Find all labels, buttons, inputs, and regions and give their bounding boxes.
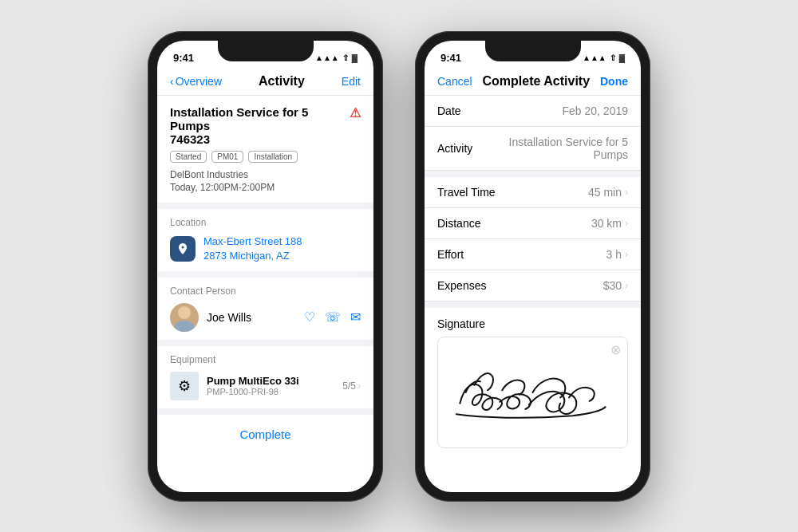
distance-value: 30 km › [591, 217, 628, 230]
effort-value: 3 h › [606, 248, 628, 261]
effort-row[interactable]: Effort 3 h › [425, 239, 641, 270]
date-label: Date [437, 104, 461, 117]
activity-id: 746323 [170, 132, 361, 146]
equipment-icon: ⚙ [170, 372, 199, 400]
nav-title-2: Complete Activity [483, 74, 591, 89]
equipment-label: Equipment [170, 354, 361, 365]
signature-box[interactable]: ⊗ [437, 337, 628, 448]
notch-2 [485, 41, 581, 61]
tag-installation: Installation [248, 151, 298, 163]
location-map-icon [170, 236, 196, 262]
chevron-expenses-icon: › [625, 280, 628, 291]
status-icons-2: ▲▲▲ ⇧ ▓ [583, 53, 625, 62]
time-1: 9:41 [173, 52, 194, 64]
location-label: Location [170, 217, 361, 228]
wifi-icon: ⇧ [342, 53, 349, 62]
equipment-name: Pump MultiEco 33i [207, 375, 334, 387]
screen-content-2: Date Feb 20, 2019 Activity Installation … [425, 96, 641, 471]
nav-bar-2: Cancel Complete Activity Done [425, 69, 641, 96]
effort-label: Effort [437, 248, 464, 261]
contact-row: Joe Wills ♡ ☏ ✉ [170, 303, 361, 332]
battery-icon: ▓ [352, 53, 358, 62]
complete-button[interactable]: Complete [239, 428, 290, 441]
nav-title-1: Activity [259, 74, 305, 89]
chevron-distance-icon: › [625, 218, 628, 229]
activity-title-text: Installation Service for 5 Pumps [170, 105, 346, 132]
expenses-value: $30 › [603, 279, 628, 292]
edit-button[interactable]: Edit [342, 75, 361, 88]
svg-point-1 [182, 246, 184, 248]
avatar-head [178, 306, 191, 319]
contact-avatar [170, 303, 199, 332]
avatar-body [175, 321, 194, 332]
equipment-count: 5/5 › [342, 380, 361, 392]
location-row[interactable]: Max-Ebert Street 188 2873 Michigan, AZ [170, 234, 361, 263]
signature-drawing [438, 337, 627, 447]
equipment-section: Equipment ⚙ Pump MultiEco 33i PMP-1000-P… [157, 346, 373, 415]
tag-pm01: PM01 [211, 151, 243, 163]
tag-started: Started [170, 151, 207, 163]
activity-form-value: Installation Service for 5 Pumps [500, 136, 628, 161]
activity-form-row: Activity Installation Service for 5 Pump… [425, 127, 641, 171]
company-name: DelBont Industries [170, 169, 361, 180]
signal-icon: ▲▲▲ [315, 53, 339, 62]
screen-content-1: Installation Service for 5 Pumps ⚠ 74632… [157, 96, 373, 471]
signature-section: Signature ⊗ [425, 308, 641, 458]
phone-complete-activity: 9:41 ▲▲▲ ⇧ ▓ Cancel Complete Activity Do… [415, 31, 650, 502]
phone-activity: 9:41 ▲▲▲ ⇧ ▓ ‹ Overview Activity Edit [148, 31, 383, 502]
form-separator-1 [425, 171, 641, 177]
activity-tags: Started PM01 Installation [170, 151, 361, 163]
clear-signature-icon[interactable]: ⊗ [610, 342, 621, 357]
phones-container: 9:41 ▲▲▲ ⇧ ▓ ‹ Overview Activity Edit [148, 31, 650, 502]
battery-icon-2: ▓ [619, 53, 625, 62]
wifi-icon-2: ⇧ [610, 53, 616, 62]
signature-label: Signature [437, 317, 628, 330]
chevron-back-icon: ‹ [170, 75, 174, 88]
travel-time-row[interactable]: Travel Time 45 min › [425, 177, 641, 208]
travel-time-label: Travel Time [437, 186, 496, 199]
location-address: Max-Ebert Street 188 2873 Michigan, AZ [203, 234, 302, 263]
equipment-info: Pump MultiEco 33i PMP-1000-PRI-98 [207, 375, 334, 396]
travel-time-value: 45 min › [588, 186, 628, 199]
message-icon[interactable]: ♡ [304, 309, 315, 325]
contact-section: Contact Person Joe Wills ♡ ☏ ✉ [157, 278, 373, 346]
address-line1: Max-Ebert Street 188 [203, 234, 302, 249]
activity-time: Today, 12:00PM-2:00PM [170, 182, 361, 193]
status-icons-1: ▲▲▲ ⇧ ▓ [315, 53, 358, 62]
activity-card: Installation Service for 5 Pumps ⚠ 74632… [157, 96, 373, 209]
phone-icon[interactable]: ☏ [325, 309, 341, 325]
signal-icon-2: ▲▲▲ [583, 53, 606, 62]
equipment-row[interactable]: ⚙ Pump MultiEco 33i PMP-1000-PRI-98 5/5 … [170, 372, 361, 400]
notch [218, 41, 314, 61]
nav-bar-1: ‹ Overview Activity Edit [157, 69, 373, 96]
contact-actions: ♡ ☏ ✉ [304, 309, 361, 325]
expenses-row[interactable]: Expenses $30 › [425, 270, 641, 301]
time-2: 9:41 [440, 52, 461, 64]
contact-name: Joe Wills [207, 311, 296, 324]
done-button[interactable]: Done [600, 75, 628, 88]
equipment-id: PMP-1000-PRI-98 [207, 387, 334, 396]
chevron-travel-icon: › [625, 187, 628, 198]
date-row: Date Feb 20, 2019 [425, 96, 641, 127]
distance-label: Distance [437, 217, 480, 230]
complete-button-row: Complete [157, 415, 373, 454]
alert-icon: ⚠ [350, 105, 361, 120]
distance-row[interactable]: Distance 30 km › [425, 208, 641, 239]
expenses-label: Expenses [437, 279, 486, 292]
back-button[interactable]: ‹ Overview [170, 75, 222, 88]
address-line2: 2873 Michigan, AZ [203, 249, 302, 263]
email-icon[interactable]: ✉ [350, 309, 361, 325]
date-value: Feb 20, 2019 [562, 104, 628, 117]
contact-label: Contact Person [170, 286, 361, 297]
cancel-button[interactable]: Cancel [437, 75, 472, 88]
activity-form-label: Activity [437, 142, 472, 155]
chevron-effort-icon: › [625, 249, 628, 260]
back-label: Overview [176, 75, 222, 88]
location-section: Location Max-Ebert Street 188 2873 Michi… [157, 209, 373, 278]
chevron-right-icon: › [358, 380, 361, 392]
form-separator-2 [425, 301, 641, 308]
